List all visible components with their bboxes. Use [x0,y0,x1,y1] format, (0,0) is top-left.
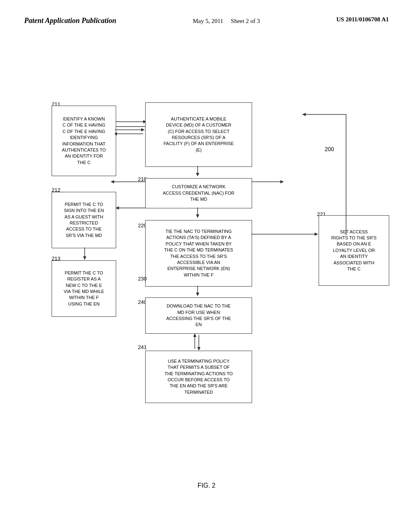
arrow-permit-sign-reg [83,247,91,262]
svg-marker-13 [111,180,114,183]
svg-marker-33 [115,206,119,210]
box-permit-reg: PERMIT THE C TOREGISTER AS ANEW C TO THE… [52,260,116,317]
box-authenticate: AUTHENTICATE A MOBILEDEVICE (MD) OF A CU… [145,102,252,167]
box-identify-text: IDENTIFY A KNOWNC OF THE E HAVINGC OF TH… [62,116,106,166]
svg-marker-19 [196,173,199,177]
box-customize-text: CUSTOMIZE A NETWORKACCESS CREDENTIAL (NA… [163,184,234,202]
patent-number: US 2011/0106708 A1 [336,16,389,23]
box-permit-reg-text: PERMIT THE C TOREGISTER AS ANEW C TO THE… [64,270,104,307]
box-tie: TIE THE NAC TO TERMINATINGACTIONS (TA'S)… [145,220,252,287]
box-download-text: DOWNLOAD THE NAC TO THEMD FOR USE WHENAC… [166,303,231,328]
box-use: USE A TERMINATING POLICYTHAT PERMITS A S… [145,351,252,403]
svg-marker-38 [302,113,306,116]
svg-marker-25 [193,333,196,337]
box-identify: IDENTIFY A KNOWNC OF THE E HAVINGC OF TH… [52,106,116,176]
node-230-label: 230 [138,276,147,282]
box-use-text: USE A TERMINATING POLICYTHAT PERMITS A S… [165,358,233,395]
page: Patent Application Publication May 5, 20… [0,0,413,532]
arrows-identify-auth [115,127,147,139]
box-download: DOWNLOAD THE NAC TO THEMD FOR USE WHENAC… [145,297,252,334]
fig-caption: FIG. 2 [24,482,389,489]
svg-marker-29 [141,128,145,131]
node-241-label: 241 [138,344,147,350]
diagram-area: 200 AUTHENTICATE A MOBILEDEVICE (MD) OF … [24,78,389,522]
box-authenticate-text: AUTHENTICATE A MOBILEDEVICE (MD) OF A CU… [164,116,234,153]
header-date-sheet: May 5, 2011 Sheet 2 of 3 [193,16,260,26]
arrow-tie-download [196,286,204,298]
arrow-customize-permit [115,203,147,213]
publication-date: May 5, 2011 [193,18,223,24]
box-permit-sign: PERMIT THE C TOSIGN INTO THE ENAS A GUES… [52,192,116,248]
arrow-auth-customize [196,166,204,178]
box-customize: CUSTOMIZE A NETWORKACCESS CREDENTIAL (NA… [145,178,252,208]
arrow-download-use [192,333,204,351]
svg-marker-31 [115,132,117,135]
arrow-customize-tie [196,208,204,220]
sheet-info: Sheet 2 of 3 [231,18,260,24]
svg-marker-23 [196,293,199,296]
arrow-setaccess-auth [251,102,348,235]
box-tie-text: TIE THE NAC TO TERMINATINGACTIONS (TA'S)… [164,229,233,278]
svg-marker-27 [197,347,200,351]
box-permit-sign-text: PERMIT THE C TOSIGN INTO THE ENAS A GUES… [64,202,104,239]
publication-title: Patent Application Publication [24,16,116,25]
header: Patent Application Publication May 5, 20… [24,16,389,30]
svg-marker-35 [83,256,86,260]
svg-marker-21 [196,214,199,218]
